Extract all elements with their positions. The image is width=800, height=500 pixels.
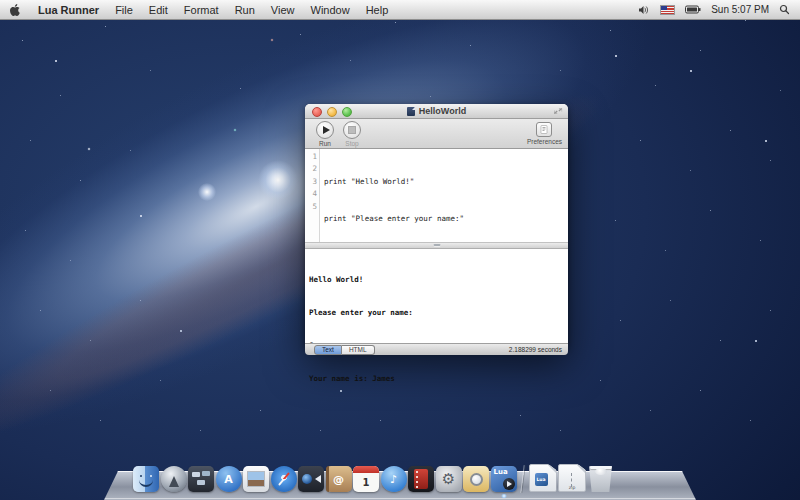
dock-icon-mission-control[interactable] [188,466,214,492]
tab-html[interactable]: HTML [342,345,375,355]
dock-icon-imovie[interactable] [408,466,434,492]
menu-file[interactable]: File [115,4,133,16]
output-line: Please enter your name: [309,307,568,318]
run-button[interactable]: Run [312,119,338,147]
output-line: Hello World! [309,274,568,285]
active-app-name[interactable]: Lua Runner [38,4,99,16]
menu-window[interactable]: Window [311,4,350,16]
desktop-screen: Lua Runner File Edit Format Run View Win… [0,0,800,500]
galaxy-core-glow [258,160,298,200]
stop-icon [343,121,361,139]
tab-text[interactable]: Text [314,345,342,355]
dock-icon-itunes[interactable]: ♪ [381,466,407,492]
battery-icon[interactable] [685,5,701,14]
dock-icon-app-store[interactable]: A [216,466,242,492]
menu-bar: Lua Runner File Edit Format Run View Win… [0,0,800,20]
line-number-gutter: 1 2 3 4 5 [305,149,320,242]
apple-menu-icon[interactable] [10,3,22,17]
dock-icon-preview[interactable] [243,466,269,492]
dock-icon-archive-utility[interactable] [463,466,489,492]
output-pane[interactable]: Hello World! Please enter your name: Jam… [305,249,568,343]
dock-icon-lua-runner[interactable]: Lua [491,466,517,492]
preferences-button[interactable]: Preferences [527,119,562,145]
zoom-button[interactable] [342,107,352,117]
output-mode-segmented-control: Text HTML [314,345,375,355]
pane-splitter[interactable] [305,242,568,249]
running-indicator [501,494,507,498]
volume-icon[interactable] [638,5,650,15]
dock-icon-launchpad[interactable] [161,466,187,492]
window-title: HelloWorld [419,106,466,116]
menu-bar-clock[interactable]: Sun 5:07 PM [711,4,769,15]
execution-timer: 2.188299 seconds [509,346,562,353]
resize-arrows-icon[interactable] [554,107,563,116]
dock-icon-zip-archive[interactable]: zip [558,464,586,492]
window-controls [312,107,352,117]
spotlight-icon[interactable] [779,4,790,15]
dock-icon-address-book[interactable]: @ [326,466,352,492]
minimize-button[interactable] [327,107,337,117]
stop-button[interactable]: Stop [339,119,365,147]
dock-icon-trash[interactable] [588,466,614,492]
window-status-bar: Text HTML 2.188299 seconds [305,343,568,355]
galaxy-secondary-glow [198,183,216,201]
menu-format[interactable]: Format [184,4,219,16]
menu-bar-left: Lua Runner File Edit Format Run View Win… [0,3,388,17]
dock-icon-calendar[interactable]: 1 [353,466,379,492]
menu-edit[interactable]: Edit [149,4,168,16]
preferences-icon [536,122,552,137]
dock-icon-system-preferences[interactable]: ⚙ [436,466,462,492]
document-proxy-icon[interactable] [407,107,415,116]
window-title-group: HelloWorld [407,106,466,116]
code-editor[interactable]: 1 2 3 4 5 print "Hello World!" print "Pl… [305,149,568,242]
code-line: print "Please enter your name:" [324,213,568,225]
play-badge-icon [507,481,512,487]
dock-separator [518,466,527,492]
dock-icon-finder[interactable] [133,466,159,492]
output-line: Your name is: James [309,373,568,384]
code-lines: print "Hello World!" print "Please enter… [320,149,568,242]
menu-bar-status: Sun 5:07 PM [638,4,800,15]
dock: A @ 1 ♪ ⚙ Lua Lua zip [133,464,614,492]
helloworld-window: HelloWorld Run Stop [305,104,568,349]
menu-view[interactable]: View [271,4,295,16]
dock-icon-safari[interactable] [271,466,297,492]
toolbar: Run Stop Preferences [305,119,568,149]
code-line: print "Hello World!" [324,176,568,188]
dock-icon-photo-booth[interactable] [298,466,324,492]
input-source-flag-icon[interactable] [660,5,675,15]
menu-help[interactable]: Help [366,4,389,16]
run-icon [316,121,334,139]
dock-icon-lua-document[interactable]: Lua [529,464,557,492]
close-button[interactable] [312,107,322,117]
title-bar[interactable]: HelloWorld [305,104,568,119]
menu-run[interactable]: Run [235,4,255,16]
